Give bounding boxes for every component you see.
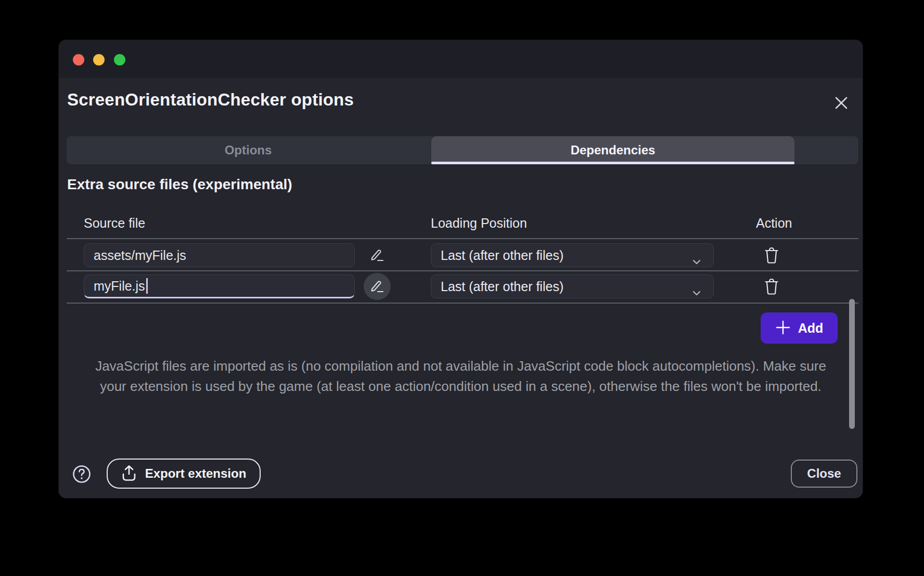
text-cursor: [146, 278, 148, 294]
tab-dependencies-label: Dependencies: [571, 143, 656, 158]
traffic-light-close-icon[interactable]: [73, 54, 84, 66]
close-button-label: Close: [807, 466, 841, 481]
tab-options-label: Options: [225, 143, 272, 158]
delete-trash-icon-row2[interactable]: [758, 272, 786, 300]
add-button[interactable]: Add: [761, 312, 838, 344]
loading-position-select-row2[interactable]: Last (after other files): [431, 274, 714, 298]
tab-dependencies[interactable]: Dependencies: [431, 136, 794, 164]
column-header-action: Action: [756, 216, 792, 231]
tab-options[interactable]: Options: [67, 136, 430, 164]
column-header-source-file: Source file: [84, 216, 145, 231]
upload-icon: [121, 465, 137, 483]
source-file-input-row1[interactable]: assets/myFile.js: [84, 243, 355, 267]
edit-pen-icon-row2[interactable]: [364, 273, 391, 300]
extension-options-dialog: ScreenOrientationChecker options Options…: [59, 40, 863, 498]
import-note-text: JavaScript files are imported as is (no …: [81, 356, 841, 397]
source-file-value-row2: myFile.js: [94, 279, 145, 294]
table-divider: [67, 270, 858, 271]
source-file-input-row2[interactable]: myFile.js: [84, 274, 355, 298]
section-heading: Extra source files (experimental): [67, 176, 292, 193]
edit-pen-icon-row1[interactable]: [364, 242, 391, 269]
delete-trash-icon-row1[interactable]: [758, 241, 786, 269]
close-icon[interactable]: [833, 95, 850, 111]
loading-position-value-row1: Last (after other files): [441, 248, 563, 263]
screenshot-stage: ScreenOrientationChecker options Options…: [0, 0, 924, 576]
help-button[interactable]: [71, 464, 92, 485]
chevron-down-icon: [692, 284, 701, 299]
traffic-light-zoom-icon[interactable]: [114, 54, 125, 66]
active-tab-indicator: [431, 162, 794, 164]
column-header-loading-position: Loading Position: [431, 216, 527, 231]
export-extension-label: Export extension: [145, 466, 247, 481]
dialog-title: ScreenOrientationChecker options: [67, 90, 354, 110]
source-file-value-row1: assets/myFile.js: [94, 248, 186, 263]
chevron-down-icon: [692, 253, 701, 268]
export-extension-button[interactable]: Export extension: [107, 459, 261, 489]
table-divider: [67, 238, 858, 239]
table-divider: [67, 303, 858, 304]
loading-position-value-row2: Last (after other files): [441, 279, 563, 294]
loading-position-select-row1[interactable]: Last (after other files): [431, 243, 714, 267]
traffic-light-minimize-icon[interactable]: [93, 54, 105, 66]
plus-icon: [775, 320, 791, 337]
tab-bar: Options Dependencies: [67, 136, 858, 164]
note-container: JavaScript files are imported as is (no …: [69, 356, 852, 397]
add-button-label: Add: [798, 321, 824, 336]
window-titlebar: [59, 40, 863, 78]
close-button[interactable]: Close: [791, 460, 857, 488]
